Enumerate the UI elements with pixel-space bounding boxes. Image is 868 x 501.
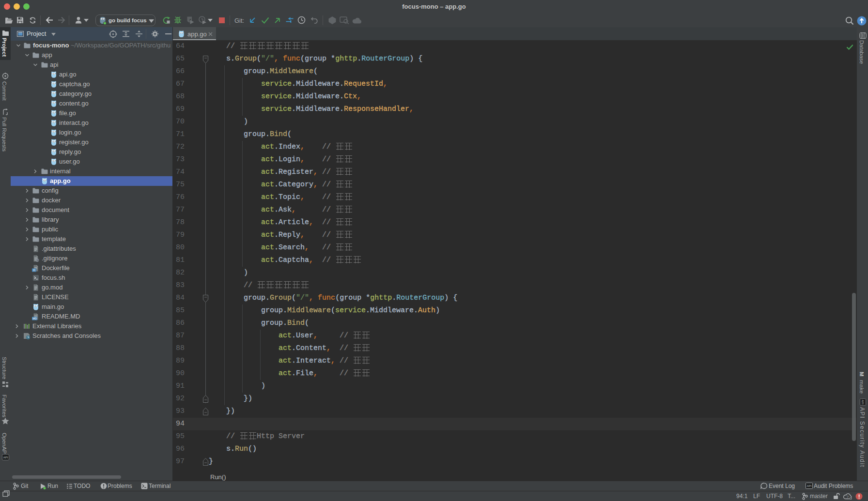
svg-text:?: ? [847, 495, 849, 499]
svg-text:MD: MD [32, 317, 37, 320]
svg-text:API: API [861, 400, 864, 405]
svg-text:API: API [807, 485, 812, 487]
svg-text:D: D [33, 269, 35, 272]
svg-text:API: API [3, 456, 8, 459]
